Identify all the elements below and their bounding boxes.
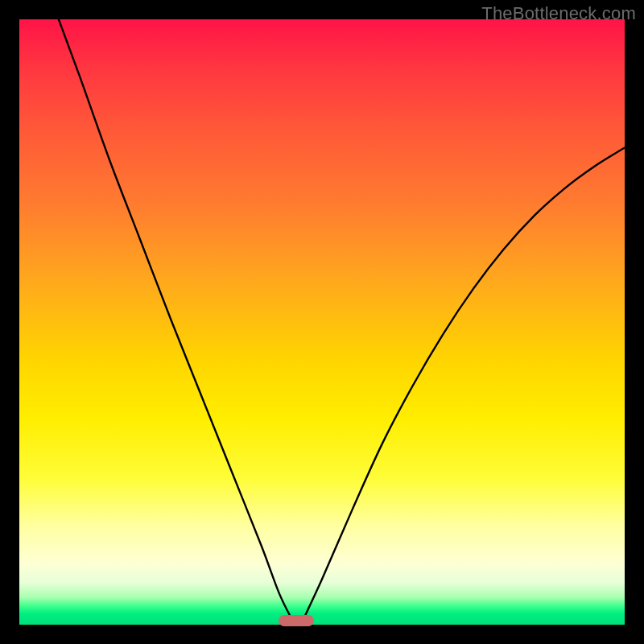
watermark-text: TheBottleneck.com xyxy=(481,3,636,24)
curves-layer xyxy=(19,19,625,625)
curve-right xyxy=(301,147,625,625)
chart-frame: TheBottleneck.com xyxy=(0,0,644,644)
curve-left xyxy=(59,19,295,625)
plot-area xyxy=(19,19,625,625)
baseline-marker xyxy=(279,615,314,626)
